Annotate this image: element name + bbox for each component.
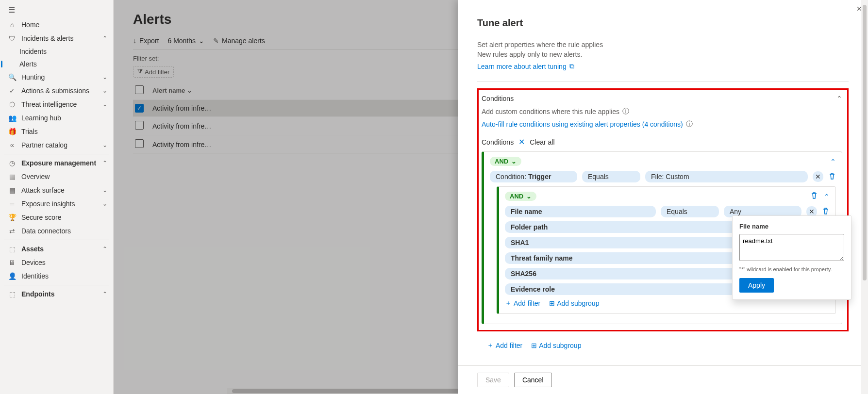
hamburger-icon[interactable] — [0, 3, 113, 18]
panel-title: Tune alert — [477, 17, 849, 29]
nav-icon: 🛡 — [8, 34, 17, 43]
nav-icon: ▤ — [8, 186, 17, 195]
delete-group-icon[interactable] — [810, 192, 818, 201]
chevron-down-icon: ⌄ — [511, 158, 517, 165]
sidebar-item[interactable]: 🎁Trials — [0, 125, 113, 138]
nav-label: Home — [21, 21, 107, 29]
panel-description-1: Set alert properties where the rule appl… — [477, 40, 849, 50]
nav-label: Endpoints — [21, 290, 102, 298]
nav-label: Identities — [21, 272, 107, 280]
plus-icon: ＋ — [487, 341, 494, 350]
sidebar-item[interactable]: 🛡Incidents & alerts⌃ — [0, 32, 113, 45]
condition-field-chip[interactable]: Folder path — [505, 221, 767, 233]
learn-more-link[interactable]: Learn more about alert tuning ⧉ — [477, 62, 574, 70]
chevron-down-icon: ⌄ — [102, 200, 107, 207]
auto-fill-link[interactable]: Auto-fill rule conditions using existing… — [482, 120, 693, 129]
nav-label: Secure score — [21, 213, 107, 221]
nav-label: Exposure insights — [21, 200, 102, 208]
clear-all-link[interactable]: Clear all — [530, 138, 554, 146]
sidebar-item[interactable]: ≣Exposure insights⌄ — [0, 197, 113, 211]
conditions-header: Conditions — [482, 95, 514, 102]
nav-icon: ✓ — [8, 86, 17, 95]
vertical-scrollbar[interactable] — [861, 0, 868, 394]
sidebar-item[interactable]: 👤Identities — [0, 269, 113, 283]
condition-field-chip[interactable]: Evidence role — [505, 283, 767, 295]
nav-icon: 🏆 — [8, 213, 17, 222]
apply-button[interactable]: Apply — [739, 278, 774, 293]
save-button[interactable]: Save — [477, 373, 509, 387]
chevron-up-icon: ⌃ — [102, 160, 107, 166]
nav-label: Actions & submissions — [21, 87, 102, 95]
add-subgroup-link[interactable]: ⊞ Add subgroup — [549, 299, 599, 308]
sidebar-item[interactable]: 👥Learning hub — [0, 111, 113, 125]
sidebar-item[interactable]: ⌂Home — [0, 18, 113, 32]
add-filter-link[interactable]: ＋ Add filter — [505, 299, 540, 308]
add-filter-link-outer[interactable]: ＋ Add filter — [487, 341, 522, 350]
delete-condition-icon[interactable] — [822, 207, 830, 216]
cancel-button[interactable]: Cancel — [514, 373, 552, 387]
condition-field-chip[interactable]: Condition: Trigger — [490, 171, 577, 182]
nav-icon: ⇄ — [8, 227, 17, 235]
and-operator-pill[interactable]: AND ⌄ — [490, 157, 521, 166]
conditions-label: Conditions — [482, 138, 514, 146]
plus-icon: ＋ — [505, 299, 512, 308]
file-name-input[interactable] — [739, 234, 844, 261]
chevron-down-icon: ⌄ — [102, 87, 107, 94]
and-operator-pill[interactable]: AND ⌄ — [505, 192, 536, 201]
nav-icon: ⌂ — [8, 20, 17, 29]
chevron-up-icon[interactable]: ⌃ — [830, 158, 836, 165]
popover-label: File name — [739, 223, 844, 230]
sidebar-item[interactable]: ⬚Endpoints⌃ — [0, 287, 113, 301]
chevron-up-icon[interactable]: ⌃ — [824, 193, 830, 200]
nav-icon: 👥 — [8, 114, 17, 122]
chevron-up-icon: ⌃ — [102, 291, 107, 297]
nav-label: Trials — [21, 128, 107, 135]
nav-label: Assets — [21, 245, 102, 253]
condition-val-chip[interactable]: File: Custom — [645, 171, 808, 182]
add-subgroup-link-outer[interactable]: ⊞ Add subgroup — [531, 341, 581, 350]
nav-label: Overview — [21, 173, 107, 181]
sidebar-item[interactable]: ⬡Threat intelligence⌄ — [0, 98, 113, 111]
condition-op-chip[interactable]: Equals — [661, 206, 719, 217]
nav-label: Alerts — [19, 60, 107, 68]
sidebar-item[interactable]: ∝Partner catalog⌄ — [0, 138, 113, 152]
sidebar-item[interactable]: ▦Overview — [0, 170, 113, 183]
nav-label: Devices — [21, 259, 107, 266]
clear-condition-icon[interactable]: ✕ — [813, 171, 823, 182]
nav-label: Hunting — [21, 73, 102, 81]
condition-field-chip[interactable]: Threat family name — [505, 252, 767, 264]
nav-label: Incidents & alerts — [21, 34, 102, 42]
chevron-up-icon[interactable]: ⌃ — [836, 95, 842, 102]
delete-condition-icon[interactable] — [828, 172, 836, 181]
nav-icon: ⬚ — [8, 290, 17, 298]
sidebar-item[interactable]: ⇄Data connectors — [0, 224, 113, 238]
condition-op-chip[interactable]: Equals — [582, 171, 640, 182]
sidebar-item[interactable]: 🏆Secure score — [0, 211, 113, 224]
sidebar-item[interactable]: ✓Actions & submissions⌄ — [0, 84, 113, 98]
conditions-description: Add custom conditions where this rule ap… — [482, 108, 619, 115]
sidebar-item[interactable]: ⬚Assets⌃ — [0, 242, 113, 256]
chevron-up-icon: ⌃ — [102, 35, 107, 42]
tune-alert-panel: ✕ Tune alert Set alert properties where … — [458, 0, 868, 394]
nav-label: Learning hub — [21, 114, 107, 122]
nav-icon: ≣ — [8, 199, 17, 208]
sidebar-item[interactable]: Alerts — [0, 58, 113, 70]
clear-all-x-icon[interactable]: ✕ — [518, 137, 525, 147]
condition-field-chip[interactable]: File name — [505, 206, 656, 217]
condition-field-chip[interactable]: SHA256 — [505, 268, 767, 279]
nav-label: Incidents — [19, 48, 107, 55]
sidebar-item[interactable]: Incidents — [0, 45, 113, 58]
sidebar-item[interactable]: 🔍Hunting⌄ — [0, 70, 113, 84]
condition-field-chip[interactable]: SHA1 — [505, 237, 767, 248]
external-link-icon: ⧉ — [569, 62, 574, 70]
chevron-down-icon: ⌄ — [102, 187, 107, 194]
info-icon[interactable]: ⓘ — [622, 107, 629, 116]
nav-icon: ◷ — [8, 159, 17, 167]
chevron-up-icon: ⌃ — [102, 246, 107, 252]
sidebar-item[interactable]: ◷Exposure management⌃ — [0, 156, 113, 170]
nav-icon: ⬚ — [8, 245, 17, 253]
sidebar-item[interactable]: 🖥Devices — [0, 256, 113, 269]
subgroup-icon: ⊞ — [531, 342, 537, 349]
sidebar-item[interactable]: ▤Attack surface⌄ — [0, 183, 113, 197]
nav-icon: ∝ — [8, 141, 17, 149]
